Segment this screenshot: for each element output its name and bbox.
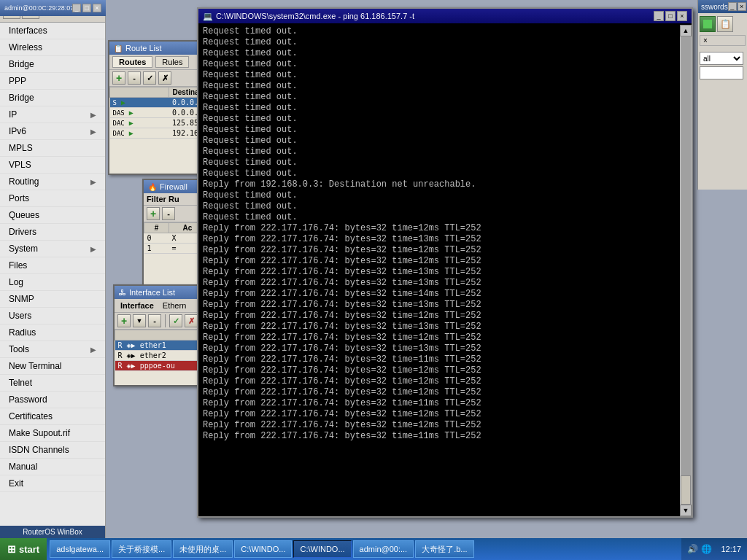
clock-display: 12:17	[715, 545, 741, 553]
sidebar-item-users[interactable]: Users	[0, 308, 105, 324]
taskbar-item-label: adslgatewa...	[56, 545, 104, 553]
filter-dropdown[interactable]: all	[700, 52, 743, 65]
minimize-icon[interactable]: _	[72, 4, 81, 12]
isdn-label: ISDN Channels	[9, 445, 69, 455]
iface-icon: ◈▶	[127, 362, 136, 370]
files-label: Files	[9, 260, 27, 271]
taskbar-item-cmd2[interactable]: C:\WINDO...	[293, 540, 351, 558]
right-panel-close-icon[interactable]: ×	[738, 2, 746, 11]
sidebar-item-bridge2[interactable]: Bridge	[0, 90, 105, 106]
sidebar-item-vpls[interactable]: VPLS	[0, 157, 105, 174]
taskbar-item-admin[interactable]: admin@00:...	[353, 540, 414, 558]
right-panel-minimize-icon[interactable]: _	[728, 2, 737, 11]
sidebar-item-telnet[interactable]: Telnet	[0, 375, 105, 392]
sidebar-item-files[interactable]: Files	[0, 257, 105, 274]
add-iface-dropdown-button[interactable]: ▼	[133, 314, 146, 327]
sidebar-item-password[interactable]: Password	[0, 392, 105, 408]
start-button[interactable]: ⊞ start	[0, 538, 47, 560]
maximize-icon[interactable]: □	[82, 4, 91, 12]
routes-tab[interactable]: Routes	[112, 56, 152, 68]
sidebar-item-routing[interactable]: Routing ▶	[0, 174, 105, 190]
close-x-icon: ×	[703, 36, 708, 44]
sidebar-item-snmp[interactable]: SNMP	[0, 291, 105, 308]
route-flag: DAC ▶	[110, 128, 169, 139]
disable-iface-button[interactable]: ✗	[185, 314, 198, 327]
cmd-maximize-button[interactable]: □	[665, 11, 676, 21]
taskbar-item-desktop[interactable]: 未使用的桌...	[173, 540, 233, 558]
close-panel-button[interactable]: ×	[700, 35, 746, 46]
sidebar-item-certificates[interactable]: Certificates	[0, 408, 105, 425]
taskbar-item-adslgatewa[interactable]: adslgatewa...	[50, 540, 110, 558]
sidebar-item-drivers[interactable]: Drivers	[0, 224, 105, 241]
cmd-line: Request timed out.	[203, 168, 687, 179]
certificates-label: Certificates	[9, 411, 53, 421]
cmd-line: Reply from 222.177.176.74: bytes=32 time…	[203, 332, 687, 343]
sidebar-item-log[interactable]: Log	[0, 274, 105, 291]
taskbar-item-label: 大奇怪了.b...	[422, 544, 467, 555]
rules-tab[interactable]: Rules	[155, 56, 189, 68]
sidebar-item-ppp[interactable]: PPP	[0, 73, 105, 90]
cmd-line: Reply from 222.177.176.74: bytes=32 time…	[203, 234, 687, 245]
add-filter-button[interactable]: +	[147, 207, 160, 220]
disable-route-button[interactable]: ✗	[158, 71, 171, 85]
taskbar-item-cmd1[interactable]: C:\WINDO...	[234, 540, 292, 558]
cmd-line: Reply from 222.177.176.74: bytes=32 time…	[203, 245, 687, 256]
filter-input[interactable]	[700, 66, 743, 79]
sidebar-item-wireless[interactable]: Wireless	[0, 39, 105, 56]
ppp-label: PPP	[9, 76, 26, 86]
brand-label: RouterOS WinBox	[23, 528, 82, 536]
sidebar-item-ip[interactable]: IP ▶	[0, 106, 105, 123]
sidebar-item-isdn[interactable]: ISDN Channels	[0, 442, 105, 459]
password-label: Password	[9, 394, 47, 405]
cmd-line: Reply from 222.177.176.74: bytes=32 time…	[203, 311, 687, 322]
cmd-line: Reply from 192.168.0.3: Destination net …	[203, 179, 687, 190]
system-tray: 🔊 🌐 12:17	[681, 538, 747, 560]
sidebar-item-system[interactable]: System ▶	[0, 241, 105, 257]
remove-iface-button[interactable]: -	[148, 314, 161, 327]
sidebar-item-ipv6[interactable]: IPv6 ▶	[0, 123, 105, 140]
taskbar-item-bridge[interactable]: 关于桥接模...	[112, 540, 171, 558]
scroll-track[interactable]	[681, 36, 691, 505]
enable-iface-button[interactable]: ✓	[169, 314, 182, 327]
remove-route-button[interactable]: -	[128, 71, 141, 85]
sidebar-item-queues[interactable]: Queues	[0, 207, 105, 224]
sidebar-item-new-terminal[interactable]: New Terminal	[0, 358, 105, 375]
cmd-window: 💻 C:\WINDOWS\system32\cmd.exe - ping 61.…	[197, 7, 693, 518]
iface-col-interface: Interface	[117, 300, 157, 311]
windows-logo-icon: ⊞	[7, 543, 16, 555]
cmd-minimize-button[interactable]: _	[654, 11, 664, 21]
taskbar-item-daqiguai[interactable]: 大奇怪了.b...	[415, 540, 473, 558]
right-panel-copy-button[interactable]: 📋	[717, 16, 733, 32]
iface-icon: ◈▶	[127, 351, 136, 359]
desktop: admin@00:0C:29:28:07:76 (Mikrotik) - W _…	[0, 0, 747, 538]
scroll-up-button[interactable]: ▲	[680, 25, 692, 36]
cmd-scrollbar[interactable]: ▲ ▼	[680, 25, 692, 516]
sidebar-item-manual[interactable]: Manual	[0, 459, 105, 475]
add-route-button[interactable]: +	[112, 71, 125, 85]
cmd-line: Reply from 222.177.176.74: bytes=32 time…	[203, 278, 687, 289]
enable-route-button[interactable]: ✓	[143, 71, 156, 85]
iface-flag: R	[118, 351, 127, 359]
sidebar-item-mpls[interactable]: MPLS	[0, 140, 105, 157]
sidebar-item-radius[interactable]: Radius	[0, 324, 105, 341]
close-icon[interactable]: ×	[93, 4, 101, 12]
sidebar-item-exit[interactable]: Exit	[0, 475, 105, 492]
sidebar-item-ports[interactable]: Ports	[0, 190, 105, 207]
iface-icon: ◈▶	[127, 341, 136, 349]
right-panel-green-button[interactable]	[700, 16, 716, 32]
scroll-thumb[interactable]	[681, 475, 691, 505]
add-iface-button[interactable]: +	[117, 314, 131, 327]
route-col-flags	[110, 88, 169, 98]
sidebar-item-make-supout[interactable]: Make Supout.rif	[0, 425, 105, 442]
cmd-line: Request timed out.	[203, 212, 687, 223]
sidebar-item-interfaces[interactable]: Interfaces	[0, 23, 105, 39]
cmd-close-button[interactable]: ×	[677, 11, 687, 21]
cmd-line: Reply from 222.177.176.74: bytes=32 time…	[203, 322, 687, 332]
scroll-down-button[interactable]: ▼	[680, 505, 692, 516]
cmd-line: Reply from 222.177.176.74: bytes=32 time…	[203, 376, 687, 387]
remove-filter-button[interactable]: -	[162, 207, 175, 220]
cmd-line: Reply from 222.177.176.74: bytes=32 time…	[203, 300, 687, 311]
sidebar-item-tools[interactable]: Tools ▶	[0, 341, 105, 358]
taskbar-item-label: 关于桥接模...	[118, 544, 165, 555]
sidebar-item-bridge[interactable]: Bridge	[0, 56, 105, 73]
